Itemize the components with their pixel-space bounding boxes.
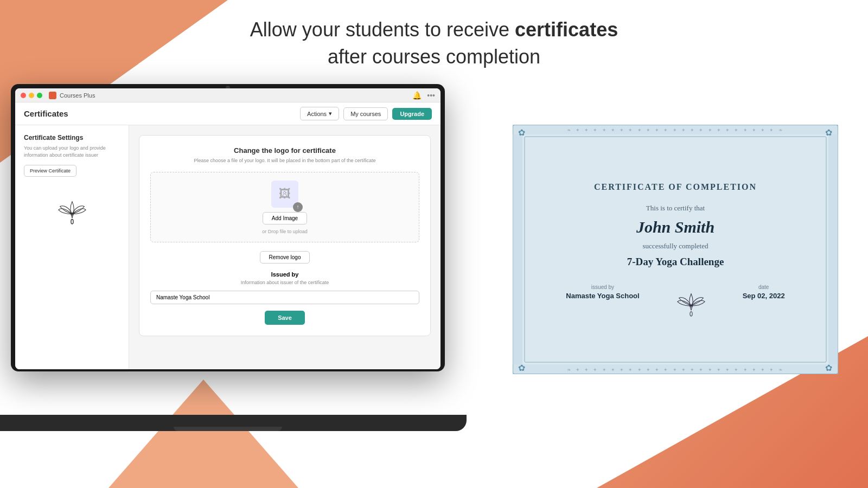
upload-image-icon: 🖼 (271, 181, 298, 208)
window-controls (21, 93, 42, 98)
certificate-content: CERTIFICATE OF COMPLETION This is to cer… (513, 125, 838, 374)
cert-main-title: CERTIFICATE OF COMPLETION (594, 182, 757, 192)
laptop-wrapper: Courses Plus 🔔 ••• Certificates Actions … (11, 84, 456, 415)
nav-bar: Certificates Actions ▾ My courses Upgrad… (15, 102, 441, 125)
actions-button-label: Actions (307, 111, 327, 117)
title-bar: Courses Plus 🔔 ••• (15, 88, 441, 102)
main-content: Certificate Settings You can upload your… (15, 125, 441, 369)
header-title: Allow your students to receive certifica… (0, 16, 868, 71)
maximize-dot[interactable] (37, 93, 42, 98)
header-section: Allow your students to receive certifica… (0, 16, 868, 71)
panel-box: Change the logo for certificate Please c… (139, 135, 431, 336)
title-bar-icons: 🔔 ••• (412, 91, 435, 100)
laptop-screen: Courses Plus 🔔 ••• Certificates Actions … (15, 88, 441, 369)
cert-issued-by-value: Namaste Yoga School (566, 292, 639, 300)
cert-course-name: 7-Day Yoga Challenge (627, 256, 724, 268)
issued-by-desc: Information about issuer of the certific… (150, 280, 419, 285)
upgrade-button[interactable]: Upgrade (392, 108, 432, 120)
chevron-down-icon: ▾ (329, 110, 332, 117)
laptop-base (0, 415, 467, 431)
app-ui: Courses Plus 🔔 ••• Certificates Actions … (15, 88, 441, 369)
header-line1-text: Allow your students to receive (250, 18, 515, 41)
cert-completed-text: successfully completed (643, 242, 709, 251)
actions-button[interactable]: Actions ▾ (300, 107, 339, 120)
remove-logo-button[interactable]: Remove logo (260, 251, 310, 264)
issued-by-title: Issued by (150, 271, 419, 278)
cert-student-name: John Smith (636, 218, 714, 236)
upload-panel-title: Change the logo for certificate (150, 146, 419, 155)
sidebar-title: Certificate Settings (24, 134, 120, 142)
drop-file-text: or Drop file to upload (262, 229, 308, 234)
app-name: Courses Plus (60, 92, 95, 99)
close-dot[interactable] (21, 93, 26, 98)
header-line2-text: after courses completion (328, 46, 540, 68)
header-bold-text: certificates (515, 18, 618, 41)
svg-point-15 (690, 312, 692, 316)
cert-issuer-col: issued by Namaste Yoga School (566, 284, 639, 300)
save-button[interactable]: Save (265, 311, 305, 325)
cert-certify-text: This is to certify that (646, 204, 705, 213)
sidebar: Certificate Settings You can upload your… (15, 125, 129, 369)
minimize-dot[interactable] (29, 93, 34, 98)
cert-lotus-icon (672, 284, 710, 317)
preview-certificate-button[interactable]: Preview Certificate (24, 165, 76, 177)
app-title-bar: Courses Plus (49, 92, 95, 99)
issuer-input[interactable] (150, 291, 419, 304)
more-options-icon[interactable]: ••• (427, 91, 435, 100)
add-image-button[interactable]: Add Image (263, 212, 307, 224)
lotus-icon (53, 193, 91, 226)
certificate-card: ❧ ✦ ✦ ✦ ✦ ✦ ✦ ✦ ✦ ✦ ✦ ✦ ✦ ✦ ✦ ✦ ✦ ✦ ✦ ✦ … (513, 125, 838, 374)
upload-area[interactable]: 🖼 Add Image or Drop file to upload (150, 172, 419, 242)
upload-panel-desc: Please choose a file of your logo. It wi… (150, 158, 419, 163)
right-panel: Change the logo for certificate Please c… (129, 125, 441, 369)
cert-date-col: date Sep 02, 2022 (743, 284, 785, 300)
cert-date-label: date (758, 284, 769, 290)
nav-actions: Actions ▾ My courses Upgrade (300, 107, 432, 120)
cert-issued-by-label: issued by (591, 284, 614, 290)
my-courses-button[interactable]: My courses (343, 107, 388, 120)
sidebar-description: You can upload your logo and provide inf… (24, 145, 120, 158)
svg-point-0 (71, 220, 73, 224)
nav-page-title: Certificates (24, 109, 300, 118)
app-logo-icon (49, 92, 56, 99)
laptop-frame: Courses Plus 🔔 ••• Certificates Actions … (11, 84, 445, 371)
cert-date-value: Sep 02, 2022 (743, 292, 785, 300)
cert-footer: issued by Namaste Yoga School date Sep 0… (566, 284, 784, 317)
notification-icon[interactable]: 🔔 (412, 91, 422, 100)
